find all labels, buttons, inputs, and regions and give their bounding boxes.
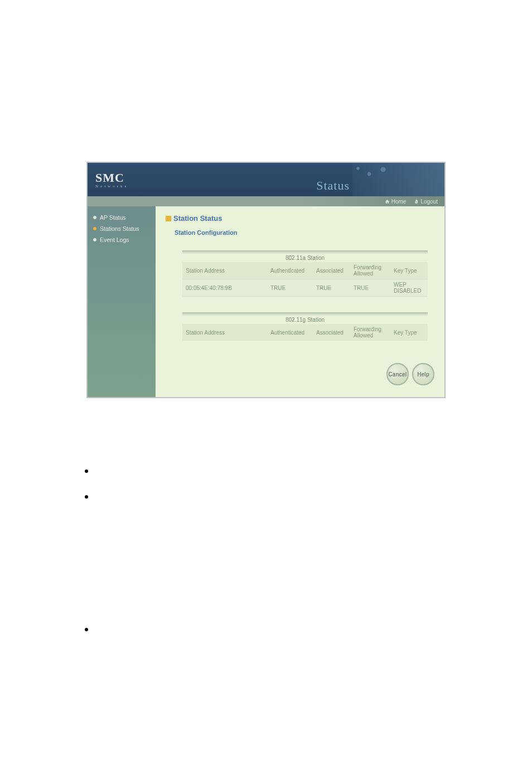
- table-80211g: 802.11g Station Station Address Authenti…: [182, 312, 428, 341]
- section-title: Status: [316, 178, 350, 193]
- col-authenticated: Authenticated: [267, 262, 313, 279]
- table-80211a: 802.11a Station Station Address Authenti…: [182, 250, 428, 297]
- sidebar-item-event-logs[interactable]: Event Logs: [88, 234, 156, 245]
- app-window: SMC Networks Status Home Logout AP Statu…: [86, 162, 446, 398]
- table-caption: 802.11g Station: [182, 316, 428, 324]
- action-bar: Cancel Help: [166, 363, 437, 385]
- col-forwarding: Forwarding Allowed: [350, 262, 390, 279]
- sidebar-item-label: Event Logs: [100, 236, 129, 243]
- subheading: Station Configuration: [175, 229, 437, 236]
- cancel-label: Cancel: [389, 371, 407, 378]
- bullet-icon: [93, 227, 96, 230]
- bullet-dot-icon: [85, 470, 88, 473]
- logo-main: SMC: [95, 171, 124, 185]
- table-row: 00:05:4E:40:78:9B TRUE TRUE TRUE WEP DIS…: [182, 279, 428, 297]
- home-link[interactable]: Home: [385, 199, 407, 205]
- bullet-icon: [93, 238, 96, 241]
- table-caption: 802.11a Station: [182, 254, 428, 262]
- sidebar: AP Status Stations Status Event Logs: [88, 206, 156, 397]
- logout-label: Logout: [420, 199, 438, 205]
- station-table-a: Station Address Authenticated Associated…: [182, 262, 428, 297]
- col-associated: Associated: [313, 324, 350, 341]
- page-title-text: Station Status: [173, 214, 222, 222]
- bullet-dot-icon: [85, 628, 88, 631]
- logout-link[interactable]: Logout: [414, 199, 438, 205]
- col-key-type: Key Type: [390, 324, 428, 341]
- table-header-row: Station Address Authenticated Associated…: [182, 324, 428, 341]
- below-bullets: [85, 465, 532, 633]
- cell-key-type: WEP DISABLED: [390, 279, 428, 297]
- header: SMC Networks Status: [88, 163, 444, 196]
- col-authenticated: Authenticated: [267, 324, 313, 341]
- home-label: Home: [391, 199, 407, 205]
- cell-forwarding: TRUE: [350, 279, 390, 297]
- col-station-address: Station Address: [182, 324, 267, 341]
- logout-icon: [414, 199, 419, 204]
- cancel-button[interactable]: Cancel: [386, 363, 409, 385]
- sidebar-item-ap-status[interactable]: AP Status: [88, 212, 156, 223]
- col-key-type: Key Type: [390, 262, 428, 279]
- sidebar-item-stations-status[interactable]: Stations Status: [88, 223, 156, 234]
- cell-authenticated: TRUE: [267, 279, 313, 297]
- topbar: Home Logout: [88, 196, 444, 206]
- header-graphic: [352, 163, 444, 196]
- help-label: Help: [417, 371, 429, 378]
- cell-station-address: 00:05:4E:40:78:9B: [182, 279, 267, 297]
- brand-logo: SMC Networks: [95, 171, 128, 188]
- cell-associated: TRUE: [313, 279, 350, 297]
- station-table-g: Station Address Authenticated Associated…: [182, 324, 428, 341]
- body: AP Status Stations Status Event Logs Sta…: [88, 206, 444, 397]
- bullet-dot-icon: [85, 495, 88, 499]
- home-icon: [385, 199, 390, 204]
- col-station-address: Station Address: [182, 262, 267, 279]
- content: Station Status Station Configuration 802…: [156, 206, 444, 397]
- table-header-row: Station Address Authenticated Associated…: [182, 262, 428, 279]
- sidebar-item-label: AP Status: [100, 214, 126, 221]
- page-title: Station Status: [166, 214, 437, 222]
- title-square-icon: [166, 216, 171, 221]
- bullet-icon: [93, 216, 96, 219]
- logo-sub: Networks: [95, 184, 128, 188]
- col-associated: Associated: [313, 262, 350, 279]
- col-forwarding: Forwarding Allowed: [350, 324, 390, 341]
- help-button[interactable]: Help: [412, 363, 434, 385]
- sidebar-item-label: Stations Status: [100, 225, 139, 232]
